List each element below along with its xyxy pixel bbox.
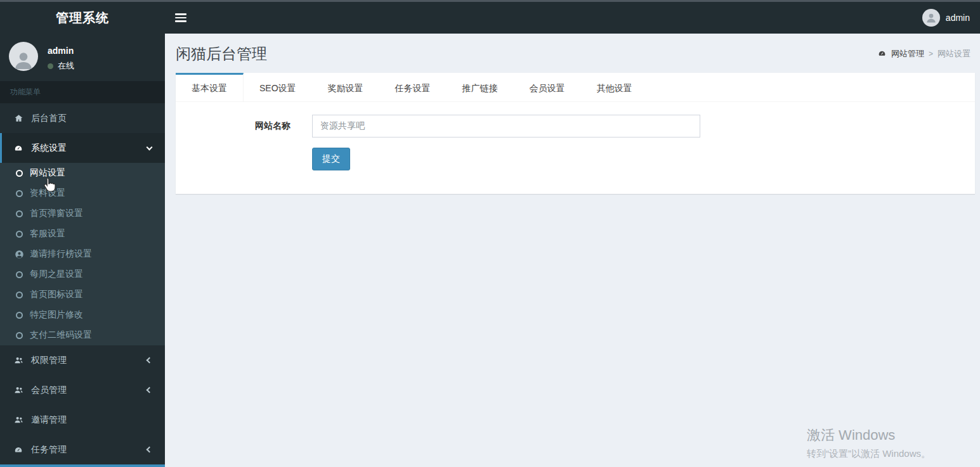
user-avatar-icon xyxy=(922,9,940,27)
sidebar-item-label: 任务管理 xyxy=(31,444,67,456)
tab-member-settings[interactable]: 会员设置 xyxy=(514,73,581,101)
system-settings-submenu: 网站设置 资料设置 首页弹窗设置 客服设置 邀请排行榜设置 每周之星设置 首页图… xyxy=(0,163,165,345)
submenu-item-label: 网站设置 xyxy=(30,167,65,179)
submenu-item-customer-service-settings[interactable]: 客服设置 xyxy=(0,224,165,244)
chevron-left-icon xyxy=(147,357,153,364)
sidebar-item-label: 后台首页 xyxy=(31,113,67,124)
user-status-label: 在线 xyxy=(58,60,74,72)
user-avatar-icon xyxy=(9,42,38,71)
sidebar-username: admin xyxy=(48,46,74,56)
submenu-item-label: 支付二维码设置 xyxy=(30,329,92,341)
submenu-item-payment-qrcode-settings[interactable]: 支付二维码设置 xyxy=(0,325,165,345)
home-icon xyxy=(11,113,25,123)
breadcrumb-separator: > xyxy=(929,49,933,58)
menu-toggle-button[interactable] xyxy=(165,2,197,34)
submenu-item-label: 首页图标设置 xyxy=(30,289,83,300)
sidebar: admin 在线 功能菜单 后台首页 系统设置 网站设置 资料设置 xyxy=(0,34,165,467)
tab-promo-links[interactable]: 推广链接 xyxy=(447,73,514,101)
submenu-item-label: 首页弹窗设置 xyxy=(30,208,83,219)
chevron-left-icon xyxy=(147,387,153,393)
content-header: 闲猫后台管理 网站管理 > 网站设置 xyxy=(165,34,980,73)
app-logo[interactable]: 管理系统 xyxy=(0,2,165,34)
sidebar-item-member-management[interactable]: 会员管理 xyxy=(0,375,165,405)
chevron-left-icon xyxy=(147,447,153,453)
tab-other-settings[interactable]: 其他设置 xyxy=(581,73,648,101)
submenu-item-site-settings[interactable]: 网站设置 xyxy=(0,163,165,183)
submenu-item-label: 邀请排行榜设置 xyxy=(30,248,92,260)
sidebar-item-label: 系统设置 xyxy=(31,143,67,154)
sidebar-bottom-accent-bar xyxy=(0,464,165,467)
circle-icon xyxy=(16,271,23,278)
sidebar-section-header: 功能菜单 xyxy=(0,81,165,103)
gauge-icon xyxy=(877,49,887,59)
submenu-item-profile-settings[interactable]: 资料设置 xyxy=(0,183,165,203)
page-title: 闲猫后台管理 xyxy=(176,44,267,64)
submit-row: 提交 xyxy=(188,148,962,170)
submenu-item-label: 特定图片修改 xyxy=(30,309,83,321)
site-name-input[interactable] xyxy=(312,115,700,138)
tab-task-settings[interactable]: 任务设置 xyxy=(379,73,447,101)
breadcrumb-parent[interactable]: 网站管理 xyxy=(891,48,924,60)
main-content: 闲猫后台管理 网站管理 > 网站设置 基本设置 SEO设置 奖励设置 任务设置 … xyxy=(165,34,980,467)
breadcrumb-current: 网站设置 xyxy=(938,48,970,60)
navbar-username: admin xyxy=(946,13,970,23)
submenu-item-label: 客服设置 xyxy=(30,228,65,240)
hamburger-icon xyxy=(175,17,186,19)
circle-icon xyxy=(16,291,23,298)
sidebar-item-label: 会员管理 xyxy=(31,385,67,396)
users-icon xyxy=(11,415,25,425)
submenu-item-weekly-star-settings[interactable]: 每周之星设置 xyxy=(0,264,165,285)
navbar-user-menu[interactable]: admin xyxy=(922,2,980,34)
circle-icon xyxy=(16,332,23,339)
submenu-item-homepage-icon-settings[interactable]: 首页图标设置 xyxy=(0,285,165,305)
circle-icon xyxy=(16,210,23,217)
circle-icon xyxy=(16,231,23,238)
users-icon xyxy=(11,355,25,365)
submenu-item-specific-image-edit[interactable]: 特定图片修改 xyxy=(0,305,165,325)
user-circle-icon xyxy=(15,250,24,259)
circle-icon xyxy=(16,190,23,197)
hamburger-icon xyxy=(175,13,186,15)
tab-reward-settings[interactable]: 奖励设置 xyxy=(312,73,379,101)
circle-icon xyxy=(16,170,23,177)
submenu-item-homepage-popup-settings[interactable]: 首页弹窗设置 xyxy=(0,203,165,224)
users-icon xyxy=(11,385,25,395)
submit-button[interactable]: 提交 xyxy=(312,148,350,170)
gauge-icon xyxy=(11,445,25,454)
submenu-item-invite-ranking-settings[interactable]: 邀请排行榜设置 xyxy=(0,244,165,264)
settings-panel: 基本设置 SEO设置 奖励设置 任务设置 推广链接 会员设置 其他设置 网站名称… xyxy=(176,73,975,194)
submenu-item-label: 资料设置 xyxy=(30,188,65,199)
breadcrumb: 网站管理 > 网站设置 xyxy=(877,48,970,60)
sidebar-item-system-settings[interactable]: 系统设置 xyxy=(0,133,165,163)
tab-content: 网站名称 提交 xyxy=(176,102,975,194)
sidebar-item-label: 邀请管理 xyxy=(31,414,67,426)
sidebar-item-permission-management[interactable]: 权限管理 xyxy=(0,345,165,375)
sidebar-item-invite-management[interactable]: 邀请管理 xyxy=(0,405,165,435)
chevron-down-icon xyxy=(147,144,153,150)
tab-basic-settings[interactable]: 基本设置 xyxy=(176,73,244,101)
gauge-icon xyxy=(11,144,25,153)
tab-seo-settings[interactable]: SEO设置 xyxy=(244,73,312,101)
sidebar-item-task-management[interactable]: 任务管理 xyxy=(0,435,165,464)
top-navbar: 管理系统 admin xyxy=(0,0,980,34)
sidebar-item-label: 权限管理 xyxy=(31,355,67,366)
hamburger-icon xyxy=(175,20,186,22)
online-status-icon xyxy=(48,63,53,69)
submenu-item-label: 每周之星设置 xyxy=(30,269,83,280)
sidebar-item-home[interactable]: 后台首页 xyxy=(0,103,165,133)
sidebar-user-panel: admin 在线 xyxy=(0,34,165,81)
site-name-form-row: 网站名称 xyxy=(188,115,962,138)
settings-tabs: 基本设置 SEO设置 奖励设置 任务设置 推广链接 会员设置 其他设置 xyxy=(176,73,975,102)
circle-icon xyxy=(16,312,23,319)
user-status[interactable]: 在线 xyxy=(48,60,74,72)
site-name-label: 网站名称 xyxy=(188,120,312,132)
